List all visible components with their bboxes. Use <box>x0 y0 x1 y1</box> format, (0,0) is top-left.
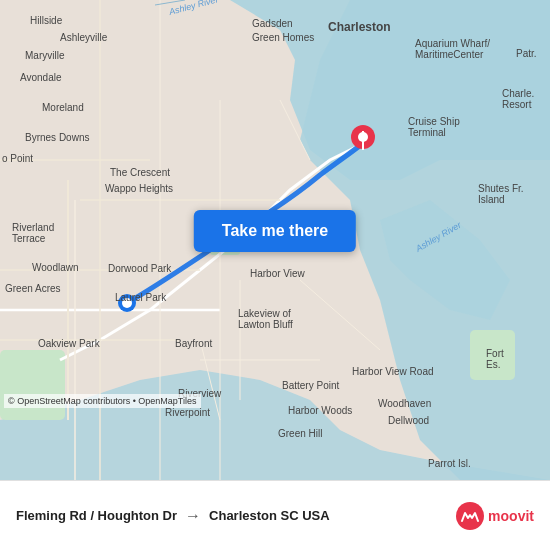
moovit-icon <box>456 502 484 530</box>
route-from: Fleming Rd / Houghton Dr <box>16 508 177 523</box>
route-info: Fleming Rd / Houghton Dr → Charleston SC… <box>16 507 456 525</box>
map-attribution: © OpenStreetMap contributors • OpenMapTi… <box>4 394 201 408</box>
route-arrow-icon: → <box>185 507 201 525</box>
map-container: Ashley River Ashley River Hillside Ashle… <box>0 0 550 480</box>
moovit-logo: moovit <box>456 502 534 530</box>
route-to: Charleston SC USA <box>209 508 330 523</box>
svg-point-20 <box>358 132 368 142</box>
svg-rect-1 <box>0 350 65 420</box>
svg-rect-2 <box>470 330 515 380</box>
moovit-text: moovit <box>488 508 534 524</box>
take-me-there-button[interactable]: Take me there <box>194 210 356 252</box>
bottom-bar: Fleming Rd / Houghton Dr → Charleston SC… <box>0 480 550 550</box>
svg-point-22 <box>122 298 132 308</box>
